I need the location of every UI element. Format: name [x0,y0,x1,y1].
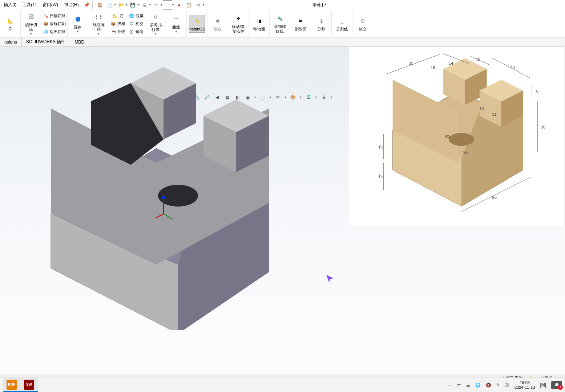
tray-onedrive-icon[interactable]: ☁ [466,383,470,388]
select-icon[interactable]: ⬚ [163,0,172,10]
mirror-button[interactable]: ◫镜向 [129,28,144,36]
shell-icon: 🗃 [110,29,116,34]
dim-25: 25 [463,150,468,155]
tray-chevron-icon[interactable]: ︿ [448,382,452,388]
tab-solidworks-addins[interactable]: SOLIDWORKS 插件 [22,37,70,46]
menu-tools[interactable]: 工具(T) [19,0,39,9]
guide-icon: 📐 [5,16,15,26]
split-icon: ◫ [316,16,326,26]
curve-button[interactable]: 〰 曲线 ▼ [168,13,184,34]
tray-sync-icon[interactable]: ⇄ [457,383,461,388]
dim-8: 8 [536,90,538,94]
taskbar-pdf-app[interactable]: PDF [3,378,20,392]
move-copy-button[interactable]: ✥ 移动/复制实体 [230,13,246,34]
draft-button[interactable]: 📦拔模 [110,20,125,28]
dim-11: 11 [492,112,497,117]
dim-35: 35 [409,61,413,65]
decal-icon: 🔩 [275,13,285,24]
intersect-button[interactable]: ⬡相交 [129,20,144,28]
document-title: 零件1 * [312,2,327,8]
svg-point-27 [449,133,474,146]
taskbar-solidworks-app[interactable]: SW [20,378,38,392]
tab-dimensions[interactable]: nsions [0,37,22,46]
decal-button[interactable]: 🔩 装饰螺纹线 [272,13,288,34]
rib-button[interactable]: 📐筋 [113,12,124,20]
linear-pattern-button[interactable]: ⋮⋮ 线性阵列 ▼ [90,11,106,36]
ref-geom-icon: ◇ [150,12,161,22]
taskbar-clock[interactable]: 16:08 2024-11-13 [514,380,535,390]
reference-image-panel: 35 16 14 10 40 16 11 R5 25 8 30 15 15 50 [349,47,565,226]
settings-icon[interactable]: ⚙ [193,0,203,10]
intersect2-icon: ⬡ [358,16,368,26]
rib-icon: 📐 [113,13,118,19]
dim-15a: 15 [378,145,383,149]
sw-app-icon: SW [24,380,34,390]
move-copy-icon: ✥ [233,13,243,24]
ribbon-toolbar: 📐 导 🔄 旋转切除 ▼ 🪛扫描切除 📦放样切割 🧊边界切除 🔵 圆角 ▼ ⋮⋮… [0,10,565,37]
instant3d-button[interactable]: 📏 Instant3D [189,15,205,33]
boundary-cut-button[interactable]: 🧊边界切除 [43,28,66,36]
boundary-cut-icon: 🧊 [43,29,49,34]
mirror-icon: ◫ [129,29,134,34]
ref-geom-button[interactable]: ◇ 参考几何体 ▼ [148,11,164,36]
wrap-button[interactable]: 🌐包覆 [129,12,144,20]
scene-icon[interactable]: 🎨 [289,93,297,101]
guide-button[interactable]: 📐 导 [2,15,18,32]
split-line-icon: ⎯ [337,16,347,26]
dim-16b: 16 [480,107,484,111]
linear-pattern-icon: ⋮⋮ [93,12,104,22]
split-button[interactable]: ◫ 分割 [313,15,329,32]
svg-marker-37 [326,275,334,283]
intersect-icon: ⬡ [129,21,134,26]
dim-14: 14 [449,61,453,65]
home-icon[interactable]: 🏠 [96,0,105,10]
print-icon[interactable]: 🖨 [140,0,149,10]
intersect2-button[interactable]: ⬡ 相交 [355,15,371,32]
dim-16a: 16 [431,65,435,70]
delete-face-icon: ✖ [295,16,306,26]
tray-network-icon[interactable]: 🌐 [475,383,481,388]
action-center[interactable]: 💬4 [551,381,562,389]
sweep-cut-button[interactable]: 🪛扫描切除 [43,12,66,20]
tray-app-indicator[interactable]: |M| [540,383,546,388]
combine-button[interactable]: ⬢ 组合 [210,15,226,32]
move-face-button[interactable]: ◨ 移动面 [251,15,267,32]
delete-face-button[interactable]: ✖ 删除面 [292,15,308,32]
menu-help[interactable]: 帮助(H) [61,0,82,9]
dim-50: 50 [492,195,497,200]
dim-30: 30 [541,125,545,129]
dim-15b: 15 [378,174,383,178]
split-line-button[interactable]: ⎯ 分割线 [334,15,350,32]
options-icon[interactable]: 📋 [184,0,193,10]
dim-10: 10 [476,57,480,62]
new-icon[interactable]: 📄 [105,0,114,10]
loft-cut-button[interactable]: 📦放样切割 [43,20,66,28]
windows-taskbar: PDF SW ︿ ⇄ ☁ 🌐 🔇 ✎ 英 16:08 2024-11-13 |M… [0,377,565,392]
menubar: 插入(I) 工具(T) 窗口(W) 帮助(H) 📌 🏠 📄▼ 📂▼ 💾▼ 🖨▼ … [0,0,565,10]
graphics-viewport[interactable]: 🔍 🔎 ◀ ▦ ◧ ▣▼ ▢▼ 👁▼ 🎨▼ 🖼▼ 🖥▼ [0,47,565,374]
tab-mbd[interactable]: MBD [70,37,89,46]
revolve-cut-button[interactable]: 🔄 旋转切除 ▼ [23,11,39,36]
wrap-icon: 🌐 [129,13,134,19]
tray-volume-icon[interactable]: 🔇 [486,383,491,388]
pdf-app-icon: PDF [7,380,17,390]
apply-scene-icon[interactable]: 🖼 [304,93,312,101]
open-icon[interactable]: 📂 [117,0,126,10]
loft-cut-icon: 📦 [43,21,49,26]
undo-icon[interactable]: ↶ [151,0,161,10]
fillet-button[interactable]: 🔵 圆角 ▼ [70,13,86,34]
tray-ime-lang[interactable]: 英 [505,382,509,388]
rebuild-icon[interactable]: ● [174,0,184,10]
dim-r5: R5 [445,134,450,138]
pin-icon[interactable]: 📌 [84,3,89,8]
command-tabs: nsions SOLIDWORKS 插件 MBD [0,37,565,47]
clock-date: 2024-11-13 [514,385,535,390]
tray-ime-icon2[interactable]: ✎ [496,383,500,388]
menu-window[interactable]: 窗口(W) [40,0,61,9]
shell-button[interactable]: 🗃抽壳 [110,28,125,36]
save-icon[interactable]: 💾 [128,0,138,10]
clock-time: 16:08 [520,380,530,385]
notif-count-badge: 4 [558,385,563,390]
view-settings-icon[interactable]: 🖥 [320,93,328,101]
menu-insert[interactable]: 插入(I) [1,0,19,9]
